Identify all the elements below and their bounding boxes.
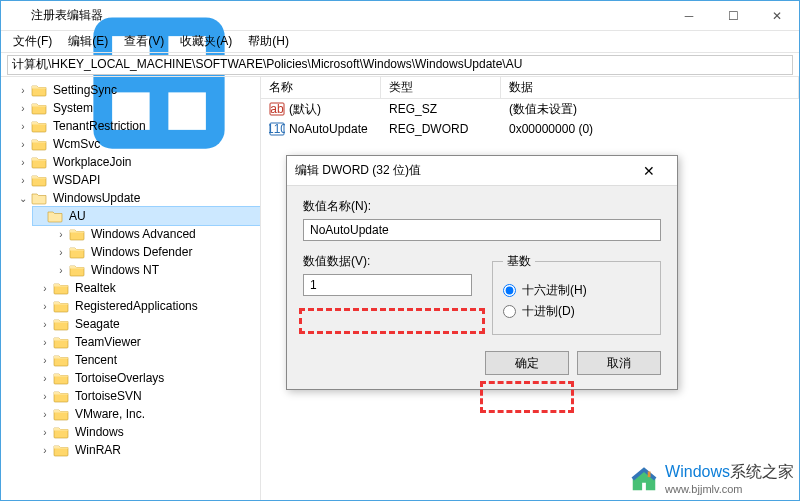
- menu-favorites[interactable]: 收藏夹(A): [172, 31, 240, 52]
- titlebar: 注册表编辑器 ─ ☐ ✕: [1, 1, 799, 31]
- menu-file[interactable]: 文件(F): [5, 31, 60, 52]
- watermark-brand2: 系统之家: [730, 463, 794, 480]
- address-bar: [1, 53, 799, 77]
- folder-icon: [69, 263, 85, 277]
- menubar: 文件(F) 编辑(E) 查看(V) 收藏夹(A) 帮助(H): [1, 31, 799, 53]
- tree-item[interactable]: ›WorkplaceJoin: [17, 153, 260, 171]
- folder-icon: [31, 191, 47, 205]
- watermark-logo-icon: [629, 464, 659, 494]
- folder-icon: [31, 119, 47, 133]
- cancel-button[interactable]: 取消: [577, 351, 661, 375]
- value-data-label: 数值数据(V):: [303, 253, 472, 270]
- folder-icon: [31, 173, 47, 187]
- tree-item[interactable]: ›Windows: [39, 423, 260, 441]
- tree-item[interactable]: ›Tencent: [39, 351, 260, 369]
- tree-pane[interactable]: ›SettingSync›System›TenantRestriction›Wc…: [1, 77, 261, 500]
- tree-item[interactable]: ›System: [17, 99, 260, 117]
- tree-item[interactable]: ›TeamViewer: [39, 333, 260, 351]
- folder-icon: [53, 281, 69, 295]
- folder-icon: [53, 443, 69, 457]
- menu-view[interactable]: 查看(V): [116, 31, 172, 52]
- folder-icon: [69, 245, 85, 259]
- minimize-button[interactable]: ─: [667, 1, 711, 31]
- value-data-input[interactable]: [303, 274, 472, 296]
- folder-icon: [31, 101, 47, 115]
- col-header-data[interactable]: 数据: [501, 77, 799, 98]
- folder-icon: [31, 83, 47, 97]
- value-icon: [269, 121, 285, 137]
- tree-item[interactable]: ›Windows Defender: [55, 243, 260, 261]
- watermark: Windows系统之家 www.bjjmlv.com: [629, 462, 794, 495]
- window-title: 注册表编辑器: [31, 7, 667, 24]
- tree-item-au[interactable]: AU: [33, 207, 260, 225]
- address-input[interactable]: [7, 55, 793, 75]
- radix-dec-label: 十进制(D): [522, 303, 575, 320]
- folder-icon: [69, 227, 85, 241]
- tree-item[interactable]: ›RegisteredApplications: [39, 297, 260, 315]
- folder-icon: [53, 353, 69, 367]
- regedit-icon: [9, 8, 25, 24]
- tree-item[interactable]: ›Windows NT: [55, 261, 260, 279]
- list-header: 名称 类型 数据: [261, 77, 799, 99]
- tree-item[interactable]: ›WinRAR: [39, 441, 260, 459]
- radix-hex-label: 十六进制(H): [522, 282, 587, 299]
- folder-icon: [53, 407, 69, 421]
- menu-help[interactable]: 帮助(H): [240, 31, 297, 52]
- folder-icon: [53, 335, 69, 349]
- radix-dec-radio[interactable]: [503, 305, 516, 318]
- folder-icon: [47, 209, 63, 223]
- tree-item[interactable]: ›WSDAPI: [17, 171, 260, 189]
- base-legend: 基数: [503, 253, 535, 270]
- watermark-url: www.bjjmlv.com: [665, 483, 794, 495]
- value-name-label: 数值名称(N):: [303, 198, 661, 215]
- tree-item[interactable]: ›SettingSync: [17, 81, 260, 99]
- tree-item[interactable]: ›WcmSvc: [17, 135, 260, 153]
- dialog-title: 编辑 DWORD (32 位)值: [295, 162, 629, 179]
- tree-item[interactable]: ›TortoiseOverlays: [39, 369, 260, 387]
- col-header-type[interactable]: 类型: [381, 77, 501, 98]
- tree-item[interactable]: ›VMware, Inc.: [39, 405, 260, 423]
- folder-icon: [53, 425, 69, 439]
- folder-icon: [53, 371, 69, 385]
- edit-dword-dialog: 编辑 DWORD (32 位)值 ✕ 数值名称(N): 数值数据(V): 基数 …: [286, 155, 678, 390]
- dialog-close-button[interactable]: ✕: [629, 163, 669, 179]
- tree-item[interactable]: ›TenantRestriction: [17, 117, 260, 135]
- folder-icon: [53, 389, 69, 403]
- ok-button[interactable]: 确定: [485, 351, 569, 375]
- watermark-brand1: Windows: [665, 463, 730, 480]
- folder-icon: [31, 137, 47, 151]
- tree-item[interactable]: ›TortoiseSVN: [39, 387, 260, 405]
- tree-item[interactable]: ›Seagate: [39, 315, 260, 333]
- value-icon: [269, 101, 285, 117]
- dialog-titlebar: 编辑 DWORD (32 位)值 ✕: [287, 156, 677, 186]
- folder-icon: [31, 155, 47, 169]
- folder-icon: [53, 299, 69, 313]
- menu-edit[interactable]: 编辑(E): [60, 31, 116, 52]
- tree-item[interactable]: ›Realtek: [39, 279, 260, 297]
- value-name-input[interactable]: [303, 219, 661, 241]
- maximize-button[interactable]: ☐: [711, 1, 755, 31]
- col-header-name[interactable]: 名称: [261, 77, 381, 98]
- folder-icon: [53, 317, 69, 331]
- list-row[interactable]: NoAutoUpdate REG_DWORD 0x00000000 (0): [261, 119, 799, 139]
- close-button[interactable]: ✕: [755, 1, 799, 31]
- list-row[interactable]: (默认) REG_SZ (数值未设置): [261, 99, 799, 119]
- base-fieldset: 基数 十六进制(H) 十进制(D): [492, 253, 661, 335]
- tree-item[interactable]: ›Windows Advanced: [55, 225, 260, 243]
- tree-item[interactable]: ⌄WindowsUpdate: [17, 189, 260, 207]
- radix-hex-radio[interactable]: [503, 284, 516, 297]
